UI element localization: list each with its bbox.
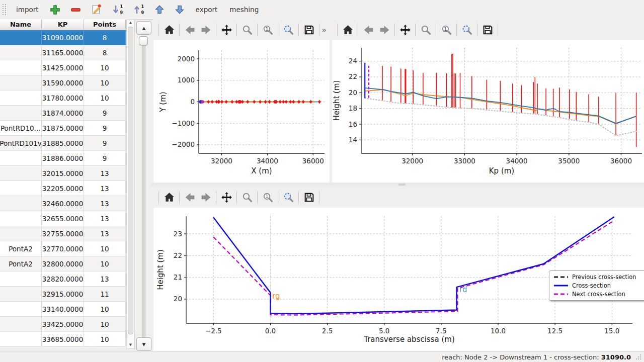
table-row[interactable]: 32655.0000 13 bbox=[0, 211, 126, 226]
horizontal-splitter[interactable] bbox=[151, 183, 644, 187]
table-row[interactable]: 32015.0000 13 bbox=[0, 166, 126, 181]
toolbar-separator bbox=[415, 24, 416, 36]
zoom-initial-button[interactable]: 1 bbox=[260, 22, 275, 37]
slider-down-button[interactable]: ▼ bbox=[136, 337, 151, 351]
svg-text:1: 1 bbox=[120, 5, 123, 9]
table-row[interactable]: 32915.0000 11 bbox=[0, 287, 126, 302]
svg-text:20: 20 bbox=[349, 88, 357, 97]
toolbar-separator bbox=[236, 191, 237, 204]
cell-points: 9 bbox=[84, 151, 126, 166]
forward-button[interactable] bbox=[198, 22, 213, 37]
column-header-name[interactable]: Name bbox=[0, 19, 42, 30]
back-arrow-icon bbox=[184, 24, 196, 36]
table-row[interactable]: 32820.0000 13 bbox=[0, 272, 126, 287]
svg-text:1: 1 bbox=[265, 193, 268, 199]
toolbar-drag-handle[interactable] bbox=[3, 4, 6, 15]
toolbar-separator bbox=[319, 24, 319, 36]
import-button[interactable]: import bbox=[12, 2, 43, 17]
cell-kp: 31090.0000 bbox=[42, 30, 84, 45]
toolbar-overflow-chevron[interactable]: » bbox=[321, 25, 327, 35]
table-row[interactable]: 31425.0000 10 bbox=[0, 60, 126, 75]
cell-points: 8 bbox=[84, 45, 126, 60]
table-row[interactable]: 31165.0000 8 bbox=[0, 45, 126, 60]
sort-ascending-button[interactable]: 19 bbox=[130, 2, 148, 17]
remove-cross-section-button[interactable] bbox=[67, 2, 85, 17]
zoom-rect-button[interactable] bbox=[418, 22, 433, 37]
svg-text:22: 22 bbox=[174, 251, 182, 259]
toolbar-separator bbox=[278, 24, 278, 36]
profile-chart[interactable]: 3200033000340003500036000242220181614Kp … bbox=[332, 40, 644, 180]
table-scrollbar[interactable]: ▲ ▼ bbox=[126, 19, 135, 349]
save-figure-button[interactable] bbox=[301, 190, 316, 205]
svg-text:9: 9 bbox=[141, 11, 144, 15]
pan-button[interactable] bbox=[397, 22, 413, 37]
zoom-initial-button[interactable]: 1 bbox=[260, 190, 275, 205]
save-icon bbox=[481, 24, 494, 36]
home-button[interactable] bbox=[340, 22, 355, 37]
svg-text:9: 9 bbox=[120, 11, 123, 15]
table-row[interactable]: 31590.0000 10 bbox=[0, 75, 126, 90]
column-header-points[interactable]: Points bbox=[84, 19, 126, 30]
save-icon bbox=[303, 191, 315, 204]
svg-text:32000: 32000 bbox=[401, 157, 423, 165]
home-button[interactable] bbox=[162, 22, 177, 37]
table-row[interactable]: 32460.0000 13 bbox=[0, 196, 126, 211]
status-cross-section-value: 31090.0 bbox=[601, 353, 631, 361]
toolbar-separator bbox=[477, 24, 477, 36]
zoom-rect-button[interactable] bbox=[239, 22, 255, 37]
toolbar-separator bbox=[216, 24, 216, 36]
scrollbar-thumb[interactable] bbox=[128, 27, 133, 334]
add-cross-section-button[interactable] bbox=[46, 2, 64, 17]
scrollbar-up-arrow[interactable]: ▲ bbox=[127, 20, 134, 26]
cell-name bbox=[0, 106, 42, 121]
zoom-fit-button[interactable] bbox=[281, 190, 296, 205]
export-button[interactable]: export bbox=[191, 2, 222, 17]
svg-text:32000: 32000 bbox=[211, 157, 232, 165]
forward-button[interactable] bbox=[377, 22, 392, 37]
zoom-fit-button[interactable] bbox=[281, 22, 296, 37]
plan-view-chart[interactable]: 320003400036000200010000−1000−2000X (m)Y… bbox=[153, 40, 330, 180]
table-row[interactable]: 31090.0000 8 bbox=[0, 30, 126, 45]
home-icon bbox=[342, 24, 354, 36]
home-button[interactable] bbox=[162, 190, 177, 205]
back-button[interactable] bbox=[182, 190, 197, 205]
save-figure-button[interactable] bbox=[480, 22, 495, 37]
sort-descending-button[interactable]: 19 bbox=[109, 2, 127, 17]
cell-points: 13 bbox=[84, 166, 126, 181]
table-row[interactable]: 32205.0000 13 bbox=[0, 181, 126, 196]
table-row[interactable]: PontRD10… 31875.0000 9 bbox=[0, 121, 126, 136]
table-row[interactable]: 33685.0000 10 bbox=[0, 332, 126, 347]
edit-cross-section-button[interactable] bbox=[88, 2, 106, 17]
scrollbar-down-arrow[interactable]: ▼ bbox=[127, 342, 134, 348]
table-row[interactable]: 33425.0000 10 bbox=[0, 317, 126, 332]
table-row[interactable]: PontA2 32800.0000 10 bbox=[0, 256, 126, 272]
zoom-initial-button[interactable]: 1 bbox=[439, 22, 454, 37]
zoom-rect-button[interactable] bbox=[239, 190, 255, 205]
table-row[interactable]: 33140.0000 10 bbox=[0, 302, 126, 317]
back-button[interactable] bbox=[361, 22, 376, 37]
save-figure-button[interactable] bbox=[301, 22, 316, 37]
forward-button[interactable] bbox=[198, 190, 213, 205]
cell-kp: 32915.0000 bbox=[42, 287, 84, 302]
table-row[interactable]: PontA2 32770.0000 10 bbox=[0, 241, 126, 256]
slider-groove[interactable] bbox=[142, 36, 145, 354]
table-row[interactable]: 31874.0000 9 bbox=[0, 106, 126, 121]
slider-handle[interactable] bbox=[139, 36, 148, 45]
meshing-button[interactable]: meshing bbox=[225, 2, 263, 17]
move-up-button[interactable] bbox=[151, 2, 168, 17]
pan-button[interactable] bbox=[219, 22, 234, 37]
pan-button[interactable] bbox=[219, 190, 234, 205]
table-row[interactable]: PontRD101v 31885.0000 9 bbox=[0, 136, 126, 151]
cross-section-panel: 1 −2.50.02.55.07.510.012.515.023222120rg… bbox=[153, 187, 644, 351]
table-row[interactable]: 31886.0000 9 bbox=[0, 151, 126, 166]
zoom-fit-button[interactable] bbox=[459, 22, 474, 37]
toolbar-separator bbox=[436, 24, 436, 36]
table-row[interactable]: 31780.0000 10 bbox=[0, 90, 126, 106]
back-button[interactable] bbox=[182, 22, 197, 37]
table-row[interactable]: 32755.0000 13 bbox=[0, 226, 126, 241]
column-header-kp[interactable]: KP bbox=[42, 19, 84, 30]
resize-grip[interactable] bbox=[635, 353, 642, 360]
slider-up-button[interactable]: ▲ bbox=[136, 21, 151, 35]
move-down-button[interactable] bbox=[171, 2, 188, 17]
cell-name: PontRD10… bbox=[0, 121, 42, 136]
